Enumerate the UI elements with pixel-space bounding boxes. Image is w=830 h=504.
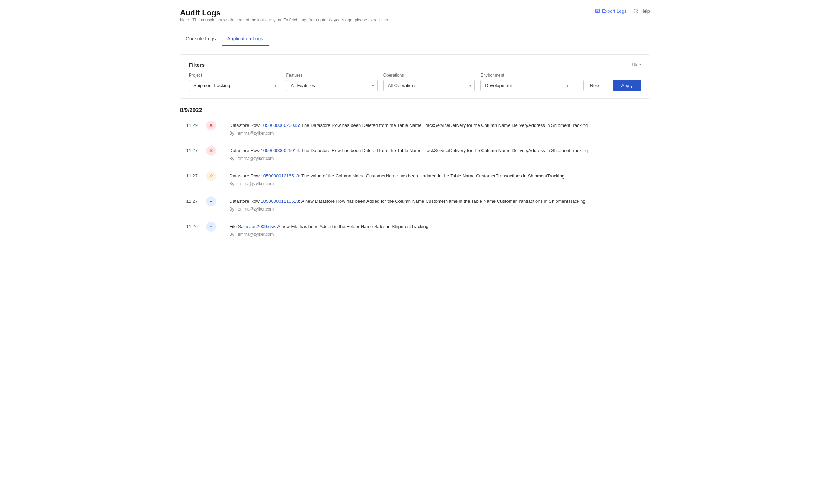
log-content: File SalesJan2009.csv: A new File has be… (224, 222, 650, 245)
timeline-connector (211, 208, 211, 222)
log-icon-delete: ✕ (206, 121, 216, 130)
environment-label: Environment (480, 73, 572, 78)
log-message: Datastore Row 105000001216513: A new Dat… (229, 198, 650, 205)
page-note: Note : The console shows the logs of the… (180, 18, 392, 22)
log-message: Datastore Row 105000000026014: The Datas… (229, 147, 650, 155)
log-timeline: 11:29✕Datastore Row 105000000026035: The… (180, 121, 650, 245)
features-label: Features (286, 73, 377, 78)
log-by: By : emma@zylker.com (229, 232, 650, 237)
timeline-connector (211, 132, 211, 146)
log-time: 11:27 (180, 171, 198, 179)
log-time: 11:27 (180, 146, 198, 153)
log-time: 11:29 (180, 121, 198, 128)
operations-filter-group: Operations All Operations (383, 73, 475, 91)
log-icon-column: + (205, 196, 217, 222)
export-icon (595, 9, 600, 14)
environment-select[interactable]: Development (480, 80, 572, 91)
help-icon: ? (633, 9, 638, 14)
log-entry: 11:27+Datastore Row 105000001216513: A n… (180, 196, 650, 222)
header-actions: Export Logs ? Help (595, 8, 650, 14)
timeline-connector (211, 182, 211, 196)
operations-label: Operations (383, 73, 475, 78)
log-content: Datastore Row 105000000026014: The Datas… (224, 146, 650, 169)
help-button[interactable]: ? Help (633, 8, 650, 14)
log-time: 11:26 (180, 222, 198, 229)
project-filter-group: Project ShipmentTracking (189, 73, 280, 91)
log-icon-add: + (206, 196, 216, 206)
features-filter-group: Features All Features (286, 73, 377, 91)
tab-console-logs[interactable]: Console Logs (180, 32, 222, 46)
log-entry: 11:27✕Datastore Row 105000000026014: The… (180, 146, 650, 171)
log-by: By : emma@zylker.com (229, 131, 650, 136)
hide-filters-button[interactable]: Hide (632, 62, 641, 67)
export-label: Export Logs (602, 8, 626, 14)
reset-button[interactable]: Reset (583, 80, 609, 91)
log-link[interactable]: 105000001216513 (261, 173, 299, 179)
project-label: Project (189, 73, 280, 78)
tab-application-logs[interactable]: Application Logs (222, 32, 269, 46)
log-link[interactable]: 105000001216513 (261, 199, 299, 204)
log-icon-column: + (205, 222, 217, 232)
log-entry: 11:26+File SalesJan2009.csv: A new File … (180, 222, 650, 245)
log-link[interactable]: 105000000026035 (261, 123, 299, 128)
log-link[interactable]: 105000000026014 (261, 148, 299, 153)
filters-title: Filters (189, 62, 205, 68)
log-entry: 11:27Datastore Row 105000001216513: The … (180, 171, 650, 196)
log-icon-delete: ✕ (206, 146, 216, 156)
log-content: Datastore Row 105000000026035: The Datas… (224, 121, 650, 144)
filters-section: Filters Hide Project ShipmentTracking Fe… (180, 54, 650, 99)
tabs-bar: Console Logs Application Logs (180, 32, 650, 46)
svg-rect-0 (596, 9, 600, 12)
project-select[interactable]: ShipmentTracking (189, 80, 280, 91)
filter-actions: Reset Apply (583, 80, 641, 91)
log-by: By : emma@zylker.com (229, 156, 650, 161)
date-group-header: 8/9/2022 (180, 107, 650, 114)
page-title: Audit Logs (180, 8, 392, 18)
log-by: By : emma@zylker.com (229, 207, 650, 212)
log-icon-edit (206, 171, 216, 181)
operations-select[interactable]: All Operations (383, 80, 475, 91)
environment-filter-group: Environment Development (480, 73, 572, 91)
svg-text:?: ? (635, 9, 637, 13)
log-message: Datastore Row 105000000026035: The Datas… (229, 122, 650, 129)
features-select[interactable]: All Features (286, 80, 377, 91)
log-message: Datastore Row 105000001216513: The value… (229, 173, 650, 180)
log-by: By : emma@zylker.com (229, 181, 650, 186)
export-logs-button[interactable]: Export Logs (595, 8, 626, 14)
apply-button[interactable]: Apply (613, 80, 641, 91)
timeline-connector (211, 157, 211, 171)
log-time: 11:27 (180, 196, 198, 204)
log-content: Datastore Row 105000001216513: The value… (224, 171, 650, 195)
log-icon-add: + (206, 222, 216, 232)
log-icon-column (205, 171, 217, 196)
log-entry: 11:29✕Datastore Row 105000000026035: The… (180, 121, 650, 146)
log-message: File SalesJan2009.csv: A new File has be… (229, 223, 650, 231)
help-label: Help (640, 8, 650, 14)
log-icon-column: ✕ (205, 146, 217, 171)
log-link[interactable]: SalesJan2009.csv (238, 224, 275, 229)
log-content: Datastore Row 105000001216513: A new Dat… (224, 196, 650, 220)
log-icon-column: ✕ (205, 121, 217, 146)
